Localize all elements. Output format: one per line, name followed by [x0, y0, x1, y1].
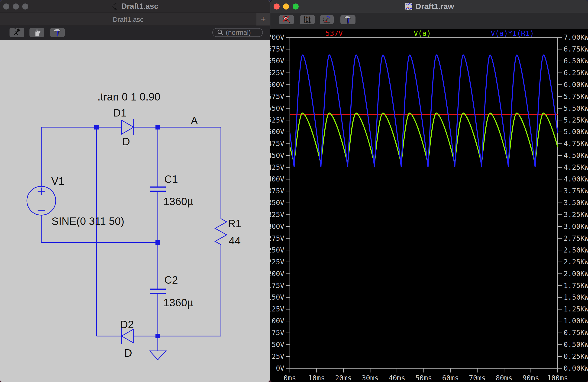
- autorange-button[interactable]: [300, 15, 315, 24]
- schematic-canvas[interactable]: .tran 0 1 0.90 D1 D A V1 SINE(0 311 50) …: [0, 40, 270, 382]
- right-axis-tick-label: 3.75KW: [564, 187, 588, 195]
- right-axis-tick-label: 6.75KW: [564, 45, 588, 53]
- right-window-title: Draft1.raw: [270, 0, 588, 13]
- left-axis-tick-label: 525V: [270, 116, 284, 124]
- left-axis-tick-label: 350V: [270, 199, 284, 207]
- time-axis-tick-label: 10ms: [308, 374, 325, 382]
- left-axis-tick-label: 400V: [270, 175, 284, 183]
- right-axis-tick-label: 2.50KW: [564, 246, 588, 254]
- left-axis-tick-label: 175V: [270, 281, 284, 290]
- search-input[interactable]: [226, 29, 258, 36]
- zoom-off-button[interactable]: [279, 15, 294, 24]
- d1-label: D1: [113, 107, 127, 119]
- d1-model-label: D: [122, 136, 130, 148]
- d2-label: D2: [120, 318, 134, 330]
- left-axis-tick-label: 275V: [270, 234, 284, 242]
- right-axis-tick-label: 6.00KW: [564, 81, 588, 89]
- d2-symbol[interactable]: [122, 328, 134, 344]
- r1-symbol[interactable]: [215, 217, 227, 245]
- left-axis-tick-label: 225V: [270, 258, 284, 266]
- c1-label: C1: [164, 173, 178, 185]
- right-axis-tick-label: 3.25KW: [564, 211, 588, 219]
- right-axis-tick-label: 1.25KW: [564, 305, 588, 313]
- c2-symbol[interactable]: [150, 289, 166, 293]
- left-axis-tick-label: 200V: [270, 270, 284, 278]
- left-window-title: Draft1.asc: [0, 0, 270, 13]
- time-axis-tick-label: 20ms: [335, 374, 352, 382]
- right-axis-tick-label: 3.50KW: [564, 199, 588, 207]
- left-axis-tick-label: 300V: [270, 222, 284, 231]
- ground-symbol[interactable]: [150, 351, 166, 360]
- right-axis-tick-label: 7.00KW: [564, 33, 588, 41]
- time-axis-tick-label: 90ms: [522, 374, 539, 382]
- tab-draft1-asc[interactable]: Draft1.asc: [0, 13, 256, 26]
- v1-label: V1: [51, 175, 64, 187]
- right-axis-tick-label: 6.25KW: [564, 69, 588, 77]
- plot-settings-button[interactable]: [320, 15, 334, 24]
- left-axis-tick-label: 100V: [270, 317, 284, 325]
- left-axis-tick-label: 325V: [270, 211, 284, 219]
- left-axis-tick-label: 0V: [276, 364, 284, 372]
- v1-value-label: SINE(0 311 50): [52, 215, 124, 227]
- right-axis-tick-label: 4.75KW: [564, 139, 588, 148]
- right-axis-tick-label: 4.25KW: [564, 163, 588, 171]
- right-axis-tick-label: 4.50KW: [564, 151, 588, 159]
- left-axis-tick-label: 425V: [270, 163, 284, 171]
- time-axis-tick-label: 70ms: [469, 374, 486, 382]
- right-axis-tick-label: 2.00KW: [564, 270, 588, 278]
- waveform-doc-icon: [404, 1, 413, 14]
- c2-label: C2: [164, 274, 178, 286]
- tran-directive[interactable]: .tran 0 1 0.90: [97, 91, 160, 103]
- left-axis-tick-label: 700V: [270, 33, 284, 41]
- control-panel-button[interactable]: [340, 15, 356, 24]
- time-axis-tick-label: 30ms: [362, 374, 378, 382]
- c1-symbol[interactable]: [150, 187, 166, 191]
- right-axis-tick-label: 0.50KW: [564, 340, 588, 349]
- r1-label: R1: [228, 217, 242, 230]
- right-axis-tick-label: 0.00KW: [564, 364, 588, 372]
- d1-symbol[interactable]: [122, 119, 134, 135]
- left-axis-tick-label: 500V: [270, 128, 284, 136]
- c2-value-label: 1360µ: [163, 297, 193, 309]
- c1-value-label: 1360µ: [163, 195, 193, 208]
- right-toolbar: [270, 13, 588, 29]
- right-axis-tick-label: 4.00KW: [564, 175, 588, 183]
- run-icon: [12, 28, 21, 37]
- search-icon: [213, 29, 226, 36]
- search-field: [212, 28, 263, 37]
- v1-symbol[interactable]: [27, 186, 56, 215]
- plot-settings-icon: [323, 16, 331, 24]
- left-axis-tick-label: 625V: [270, 69, 284, 77]
- waveform-plot[interactable]: 0V25V50V75V100V125V150V175V200V225V250V2…: [270, 29, 588, 382]
- pan-button[interactable]: [29, 28, 44, 37]
- run-button[interactable]: [10, 28, 24, 37]
- autorange-axes-icon: [303, 16, 312, 24]
- hand-icon: [33, 28, 41, 37]
- left-axis-tick-label: 450V: [270, 151, 284, 159]
- zoom-disabled-icon: [282, 16, 291, 24]
- left-titlebar[interactable]: Draft1.asc: [0, 0, 270, 13]
- left-toolbar: [0, 25, 270, 40]
- right-axis-tick-label: 6.50KW: [564, 57, 588, 65]
- right-axis-tick-label: 5.50KW: [564, 104, 588, 112]
- new-tab-button[interactable]: +: [256, 13, 270, 26]
- right-titlebar[interactable]: Draft1.raw: [270, 0, 588, 13]
- plot-frame: [290, 37, 558, 368]
- right-axis-tick-label: 1.50KW: [564, 293, 588, 301]
- left-axis-tick-label: 25V: [272, 352, 284, 361]
- control-panel-button[interactable]: [50, 28, 65, 37]
- r1-value-label: 44: [229, 235, 241, 247]
- schematic-doc-icon: [112, 1, 119, 14]
- circuit-wires: [41, 127, 221, 351]
- time-axis-tick-label: 0ms: [284, 374, 296, 382]
- right-axis-tick-label: 1.00KW: [564, 317, 588, 325]
- node-a-label: A: [191, 115, 198, 127]
- left-axis-tick-label: 650V: [270, 57, 284, 65]
- waveform-window: Draft1.raw: [270, 0, 588, 382]
- right-axis-tick-label: 5.75KW: [564, 92, 588, 101]
- hammer-icon: [343, 15, 353, 24]
- left-axis-tick-label: 550V: [270, 104, 284, 112]
- right-axis-tick-label: 0.25KW: [564, 352, 588, 361]
- left-axis-tick-label: 75V: [272, 329, 284, 337]
- wire-junctions: [94, 125, 160, 338]
